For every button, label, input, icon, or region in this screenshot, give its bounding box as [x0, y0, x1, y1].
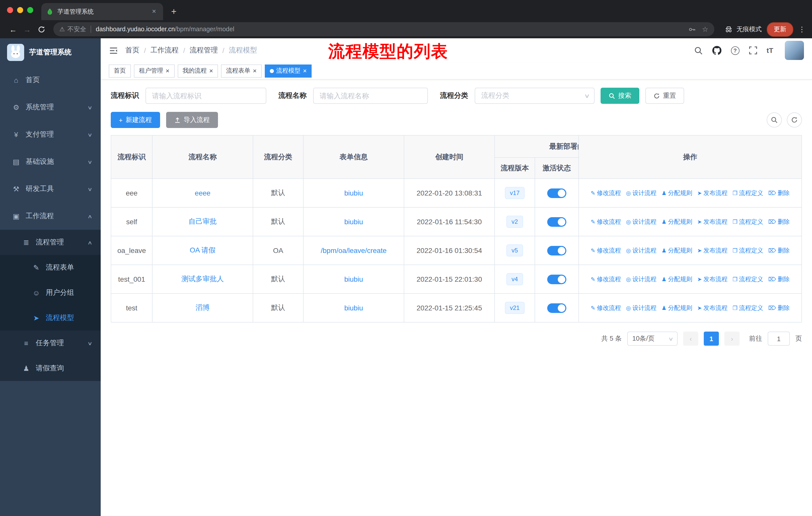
- process-name-link[interactable]: 滔博: [196, 303, 210, 311]
- create-process-button[interactable]: + 新建流程: [111, 112, 160, 128]
- sidebar-item-payment[interactable]: ¥支付管理∨: [0, 121, 101, 148]
- minimize-window-button[interactable]: [17, 7, 23, 13]
- breadcrumb-item[interactable]: 首页: [125, 46, 140, 55]
- browser-tab[interactable]: 芋道管理系统 ×: [41, 3, 163, 20]
- github-icon[interactable]: [712, 46, 721, 55]
- process-name-link[interactable]: 自己审批: [188, 217, 217, 225]
- page-1-button[interactable]: 1: [704, 332, 719, 346]
- form-info-link[interactable]: biubiu: [344, 189, 363, 197]
- sidebar-item-workflow[interactable]: ▣工作流程∧: [0, 202, 101, 230]
- forward-button[interactable]: →: [20, 25, 34, 33]
- zoom-window-button[interactable]: [27, 7, 33, 13]
- action-definition-link[interactable]: ❐流程定义: [732, 275, 763, 284]
- process-name-link[interactable]: OA 请假: [190, 246, 216, 254]
- action-delete-link[interactable]: ⌦删除: [768, 246, 790, 255]
- action-edit-link[interactable]: ✎修改流程: [591, 275, 621, 284]
- action-definition-link[interactable]: ❐流程定义: [732, 246, 763, 255]
- process-id-input[interactable]: [145, 88, 266, 104]
- action-edit-link[interactable]: ✎修改流程: [591, 304, 621, 313]
- action-assign-link[interactable]: ♟分配规则: [662, 304, 692, 313]
- action-design-link[interactable]: ◎设计流程: [626, 218, 657, 226]
- close-icon[interactable]: ×: [253, 67, 257, 74]
- action-assign-link[interactable]: ♟分配规则: [662, 189, 692, 197]
- sidebar-item-devtools[interactable]: ⚒研发工具∨: [0, 175, 101, 202]
- refresh-table-button[interactable]: [787, 112, 802, 128]
- update-browser-button[interactable]: 更新: [767, 22, 793, 36]
- action-delete-link[interactable]: ⌦删除: [768, 189, 790, 197]
- reload-button[interactable]: [34, 25, 48, 33]
- action-publish-link[interactable]: ➤发布流程: [697, 189, 727, 197]
- active-toggle[interactable]: [547, 274, 566, 284]
- tag-item[interactable]: 我的流程×: [177, 64, 218, 77]
- sidebar-item-process-manage[interactable]: ≣流程管理∧: [0, 230, 101, 255]
- tab-close-icon[interactable]: ×: [150, 7, 158, 16]
- sidebar-item-infra[interactable]: ▤基础设施∨: [0, 148, 101, 175]
- active-toggle[interactable]: [547, 303, 566, 313]
- action-design-link[interactable]: ◎设计流程: [626, 275, 657, 284]
- search-button[interactable]: 搜索: [601, 88, 639, 104]
- user-avatar[interactable]: [785, 41, 804, 60]
- process-name-input[interactable]: [313, 88, 428, 104]
- close-icon[interactable]: ×: [209, 67, 213, 74]
- action-definition-link[interactable]: ❐流程定义: [732, 218, 763, 226]
- process-name-link[interactable]: 测试多审批人: [181, 275, 224, 283]
- fullscreen-icon[interactable]: [749, 46, 757, 54]
- action-delete-link[interactable]: ⌦删除: [768, 275, 790, 284]
- back-button[interactable]: ←: [6, 25, 20, 33]
- active-toggle[interactable]: [547, 246, 566, 255]
- action-definition-link[interactable]: ❐流程定义: [732, 304, 763, 313]
- active-toggle[interactable]: [547, 217, 566, 226]
- sidebar-item-user-group[interactable]: ☺用户分组: [0, 280, 101, 305]
- sidebar-item-system[interactable]: ⚙系统管理∨: [0, 94, 101, 121]
- help-icon[interactable]: ?: [731, 46, 740, 55]
- sidebar-item-process-model[interactable]: ➤流程模型: [0, 305, 101, 331]
- tag-item[interactable]: 租户管理×: [134, 64, 174, 77]
- import-process-button[interactable]: 导入流程: [166, 112, 218, 128]
- browser-menu-icon[interactable]: ⋮: [799, 25, 806, 33]
- sidebar-item-leave-query[interactable]: ♟请假查询: [0, 356, 101, 381]
- action-publish-link[interactable]: ➤发布流程: [697, 304, 727, 313]
- action-publish-link[interactable]: ➤发布流程: [697, 218, 727, 226]
- action-edit-link[interactable]: ✎修改流程: [591, 246, 621, 255]
- prev-page-button[interactable]: ‹: [683, 332, 698, 346]
- close-icon[interactable]: ×: [303, 67, 307, 74]
- form-info-link[interactable]: biubiu: [344, 218, 363, 226]
- sidebar-item-process-form[interactable]: ✎流程表单: [0, 255, 101, 280]
- category-select[interactable]: 流程分类 ∨: [475, 88, 594, 104]
- goto-page-input[interactable]: [768, 332, 790, 346]
- page-size-select[interactable]: 10条/页 ∨: [627, 332, 677, 346]
- sidebar-item-home[interactable]: ⌂首页: [0, 66, 101, 94]
- new-tab-button[interactable]: +: [171, 7, 176, 16]
- tag-item[interactable]: 首页: [109, 64, 131, 77]
- form-info-link[interactable]: biubiu: [344, 304, 363, 312]
- form-info-link[interactable]: biubiu: [344, 275, 363, 283]
- action-design-link[interactable]: ◎设计流程: [626, 246, 657, 255]
- next-page-button[interactable]: ›: [724, 332, 740, 346]
- tag-item[interactable]: 流程模型×: [265, 64, 312, 77]
- password-key-icon[interactable]: [689, 25, 696, 33]
- action-publish-link[interactable]: ➤发布流程: [697, 275, 727, 284]
- process-name-link[interactable]: eeee: [195, 189, 210, 197]
- toggle-search-button[interactable]: [767, 112, 782, 128]
- action-assign-link[interactable]: ♟分配规则: [662, 246, 692, 255]
- close-window-button[interactable]: [7, 7, 13, 13]
- action-edit-link[interactable]: ✎修改流程: [591, 189, 621, 197]
- sidebar-item-task-manage[interactable]: ≡任务管理∨: [0, 331, 101, 356]
- search-icon[interactable]: [694, 46, 703, 55]
- active-toggle[interactable]: [547, 188, 566, 198]
- bookmark-star-icon[interactable]: ☆: [702, 25, 708, 33]
- action-delete-link[interactable]: ⌦删除: [768, 304, 790, 313]
- close-icon[interactable]: ×: [166, 67, 169, 74]
- action-definition-link[interactable]: ❐流程定义: [732, 189, 763, 197]
- action-delete-link[interactable]: ⌦删除: [768, 218, 790, 226]
- font-size-icon[interactable]: [767, 46, 773, 54]
- reset-button[interactable]: 重置: [645, 88, 684, 104]
- address-bar[interactable]: ⚠ 不安全 dashboard.yudao.iocoder.cn/bpm/man…: [53, 22, 714, 36]
- breadcrumb-item[interactable]: 流程管理: [190, 46, 218, 55]
- action-design-link[interactable]: ◎设计流程: [626, 189, 657, 197]
- tag-item[interactable]: 流程表单×: [221, 64, 262, 77]
- action-publish-link[interactable]: ➤发布流程: [697, 246, 727, 255]
- action-assign-link[interactable]: ♟分配规则: [662, 218, 692, 226]
- form-info-link[interactable]: /bpm/oa/leave/create: [321, 246, 387, 254]
- action-assign-link[interactable]: ♟分配规则: [662, 275, 692, 284]
